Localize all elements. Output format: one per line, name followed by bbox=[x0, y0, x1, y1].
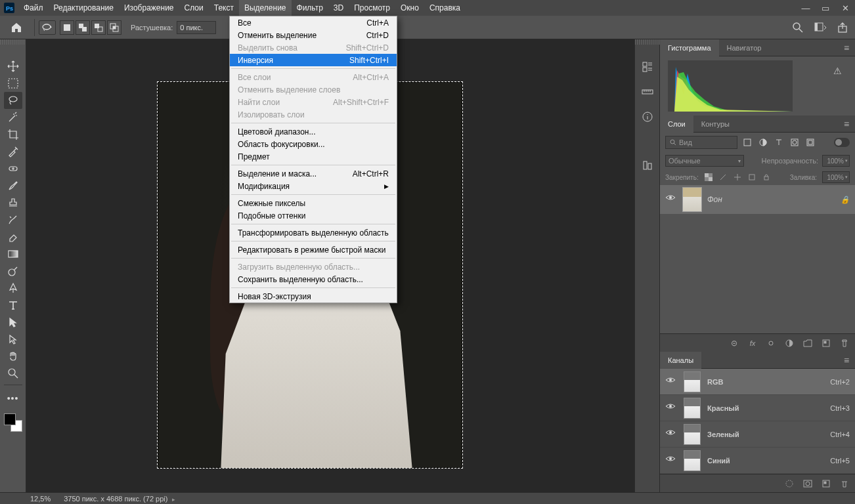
close-button[interactable]: ✕ bbox=[835, 0, 855, 16]
filter-pixel-icon[interactable] bbox=[741, 136, 753, 148]
ruler-icon[interactable] bbox=[640, 84, 655, 100]
menu-справка[interactable]: Справка bbox=[424, 0, 466, 16]
share-button[interactable] bbox=[834, 19, 851, 36]
menu-фильтр[interactable]: Фильтр bbox=[292, 0, 328, 16]
lasso-tool[interactable] bbox=[4, 92, 22, 109]
history-brush-tool[interactable] bbox=[4, 211, 22, 228]
filter-toggle[interactable] bbox=[834, 138, 850, 147]
menu-item[interactable]: Новая 3D-экструзия bbox=[230, 290, 397, 303]
histogram-panel-menu[interactable]: ≡ bbox=[842, 43, 855, 53]
eyedropper-tool[interactable] bbox=[4, 143, 22, 160]
direct-selection-tool[interactable] bbox=[4, 331, 22, 348]
menu-слои[interactable]: Слои bbox=[179, 0, 209, 16]
info-icon[interactable] bbox=[640, 109, 655, 125]
tab-layers[interactable]: Слои bbox=[660, 116, 693, 133]
feather-input[interactable] bbox=[177, 21, 216, 34]
menu-item[interactable]: Редактировать в режиме быстрой маски bbox=[230, 243, 397, 256]
selection-new[interactable] bbox=[60, 20, 74, 35]
stamp-tool[interactable] bbox=[4, 194, 22, 211]
delete-channel-icon[interactable] bbox=[839, 478, 850, 489]
channel-visibility-icon[interactable] bbox=[665, 455, 677, 467]
tool-preset-picker[interactable] bbox=[39, 20, 56, 35]
channel-visibility-icon[interactable] bbox=[665, 376, 677, 388]
layer-filter-select[interactable]: Вид bbox=[665, 136, 737, 149]
new-group-icon[interactable] bbox=[802, 338, 813, 348]
tab-channels[interactable]: Каналы bbox=[660, 352, 701, 369]
layers-panel-menu[interactable]: ≡ bbox=[842, 119, 855, 129]
histogram-warning-icon[interactable]: ⚠ bbox=[833, 66, 842, 76]
layer-fx-icon[interactable]: fx bbox=[747, 338, 758, 348]
load-channel-selection-icon[interactable] bbox=[784, 478, 795, 489]
zoom-tool[interactable] bbox=[4, 365, 22, 382]
menu-item[interactable]: Отменить выделениеCtrl+D bbox=[230, 29, 397, 41]
edit-toolbar[interactable]: ••• bbox=[4, 390, 22, 407]
menu-item[interactable]: ИнверсияShift+Ctrl+I bbox=[230, 54, 397, 66]
tab-paths[interactable]: Контуры bbox=[693, 116, 737, 133]
menu-изображение[interactable]: Изображение bbox=[119, 0, 179, 16]
link-layers-icon[interactable]: ⊝ bbox=[729, 338, 739, 348]
character-icon[interactable] bbox=[640, 158, 655, 173]
new-channel-icon[interactable] bbox=[821, 478, 831, 489]
tab-navigator[interactable]: Навигатор bbox=[719, 39, 770, 56]
brush-tool[interactable] bbox=[4, 177, 22, 194]
channel-row[interactable]: ЗеленыйCtrl+4 bbox=[660, 421, 855, 448]
filter-adjustment-icon[interactable] bbox=[757, 136, 769, 148]
new-layer-icon[interactable] bbox=[821, 338, 831, 348]
hand-tool[interactable] bbox=[4, 348, 22, 365]
workspace-menu[interactable] bbox=[812, 19, 829, 36]
channel-row[interactable]: RGBCtrl+2 bbox=[660, 369, 855, 395]
save-selection-channel-icon[interactable] bbox=[802, 478, 813, 489]
status-dimensions[interactable]: 3750 пикс. x 4688 пикс. (72 ppi) bbox=[64, 495, 167, 503]
minimize-button[interactable]: — bbox=[796, 0, 816, 16]
adjustment-layer-icon[interactable] bbox=[784, 338, 795, 348]
lock-pixels-icon[interactable] bbox=[718, 173, 728, 182]
fill-input[interactable]: 100%▾ bbox=[822, 171, 850, 183]
marquee-tool[interactable] bbox=[4, 75, 22, 92]
menu-item[interactable]: Смежные пикселы bbox=[230, 197, 397, 209]
tab-histogram[interactable]: Гистограмма bbox=[660, 39, 719, 56]
menu-файл[interactable]: Файл bbox=[18, 0, 49, 16]
menu-item[interactable]: Выделение и маска...Alt+Ctrl+R bbox=[230, 167, 397, 180]
status-zoom[interactable]: 12,5% bbox=[30, 495, 51, 503]
channel-visibility-icon[interactable] bbox=[665, 429, 677, 440]
move-tool[interactable] bbox=[4, 58, 22, 75]
menu-просмотр[interactable]: Просмотр bbox=[349, 0, 395, 16]
menu-item[interactable]: Сохранить выделенную область... bbox=[230, 273, 397, 285]
menu-окно[interactable]: Окно bbox=[395, 0, 424, 16]
menu-item[interactable]: Область фокусировки... bbox=[230, 138, 397, 150]
search-button[interactable] bbox=[789, 19, 806, 36]
menu-item[interactable]: Трансформировать выделенную область bbox=[230, 226, 397, 239]
home-button[interactable] bbox=[8, 19, 25, 36]
gradient-tool[interactable] bbox=[4, 245, 22, 262]
lock-position-icon[interactable] bbox=[733, 173, 742, 182]
lock-all-icon[interactable] bbox=[762, 173, 771, 182]
lock-transparency-icon[interactable] bbox=[704, 173, 713, 182]
channels-panel-menu[interactable]: ≡ bbox=[842, 355, 855, 366]
delete-layer-icon[interactable] bbox=[839, 338, 850, 348]
menu-item[interactable]: Модификация▶ bbox=[230, 180, 397, 192]
selection-intersect[interactable] bbox=[107, 20, 121, 35]
lock-artboard-icon[interactable] bbox=[747, 173, 756, 182]
layer-visibility-icon[interactable] bbox=[665, 194, 677, 205]
selection-subtract[interactable] bbox=[91, 20, 106, 35]
eraser-tool[interactable] bbox=[4, 228, 22, 245]
channel-visibility-icon[interactable] bbox=[665, 402, 677, 414]
add-mask-icon[interactable] bbox=[766, 338, 776, 348]
channel-row[interactable]: КрасныйCtrl+3 bbox=[660, 395, 855, 421]
type-tool[interactable] bbox=[4, 297, 22, 314]
filter-type-icon[interactable] bbox=[773, 136, 785, 148]
magic-wand-tool[interactable] bbox=[4, 109, 22, 126]
layer-row[interactable]: Фон 🔒 bbox=[660, 185, 855, 214]
crop-tool[interactable] bbox=[4, 126, 22, 143]
healing-tool[interactable] bbox=[4, 160, 22, 177]
maximize-button[interactable]: ▭ bbox=[816, 0, 835, 16]
menu-item[interactable]: Цветовой диапазон... bbox=[230, 125, 397, 138]
menu-item[interactable]: Подобные оттенки bbox=[230, 209, 397, 222]
menu-редактирование[interactable]: Редактирование bbox=[49, 0, 119, 16]
color-swatch[interactable] bbox=[4, 413, 22, 432]
filter-shape-icon[interactable] bbox=[789, 136, 800, 148]
path-selection-tool[interactable] bbox=[4, 314, 22, 331]
dodge-tool[interactable] bbox=[4, 262, 22, 280]
filter-smart-icon[interactable] bbox=[804, 136, 816, 148]
opacity-input[interactable]: 100%▾ bbox=[822, 155, 850, 167]
